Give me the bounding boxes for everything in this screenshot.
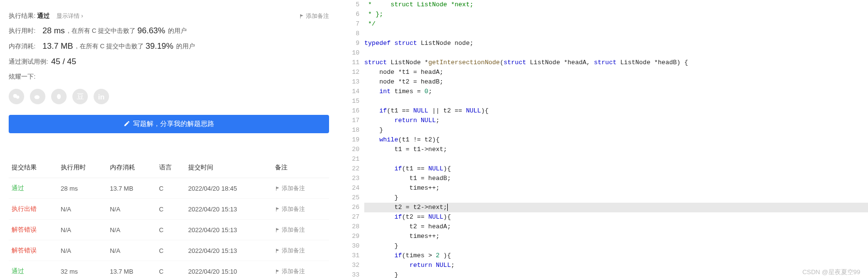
cell-note[interactable]: 添加备注 bbox=[272, 199, 329, 220]
cell-time: N/A bbox=[58, 220, 107, 240]
cell-ts: 2022/04/20 18:45 bbox=[185, 178, 272, 199]
table-row[interactable]: 通过32 ms13.7 MBC2022/04/20 15:10添加备注 bbox=[9, 261, 329, 278]
cell-result[interactable]: 通过 bbox=[9, 261, 58, 278]
svg-point-2 bbox=[34, 95, 40, 99]
status-label: 执行结果: bbox=[9, 12, 36, 19]
cell-time: N/A bbox=[58, 240, 107, 261]
code-body[interactable]: * struct ListNode *next; * }; */ typedef… bbox=[364, 0, 868, 278]
time-label: 执行用时: bbox=[9, 27, 42, 35]
cell-note[interactable]: 添加备注 bbox=[272, 220, 329, 240]
result-card: 执行结果: 通过 显示详情 › 添加备注 执行用时: 28 ms , 在所有 C… bbox=[9, 5, 329, 137]
col-header: 内存消耗 bbox=[107, 157, 156, 178]
col-header: 提交时间 bbox=[185, 157, 272, 178]
left-panel: 执行结果: 通过 显示详情 › 添加备注 执行用时: 28 ms , 在所有 C… bbox=[0, 0, 338, 278]
cell-lang: C bbox=[156, 199, 185, 220]
cell-time: 32 ms bbox=[58, 261, 107, 278]
cell-result[interactable]: 解答错误 bbox=[9, 220, 58, 240]
submissions-table: 提交结果执行用时内存消耗语言提交时间备注 通过28 ms13.7 MBC2022… bbox=[9, 157, 329, 278]
cell-ts: 2022/04/20 15:13 bbox=[185, 220, 272, 240]
cell-lang: C bbox=[156, 240, 185, 261]
cell-lang: C bbox=[156, 261, 185, 278]
cell-mem: N/A bbox=[107, 240, 156, 261]
time-text1: , 在所有 C 提交中击败了 bbox=[68, 27, 136, 35]
watermark: CSDN @星夜夏空99 bbox=[802, 267, 860, 277]
table-row[interactable]: 执行出错N/AN/AC2022/04/20 15:13添加备注 bbox=[9, 199, 329, 220]
cell-mem: N/A bbox=[107, 220, 156, 240]
social-row: 豆 in bbox=[9, 84, 329, 109]
cell-mem: 13.7 MB bbox=[107, 261, 156, 278]
table-row[interactable]: 解答错误N/AN/AC2022/04/20 15:13添加备注 bbox=[9, 240, 329, 261]
cell-ts: 2022/04/20 15:13 bbox=[185, 199, 272, 220]
pass-value: 45 / 45 bbox=[51, 57, 76, 67]
mem-label: 内存消耗: bbox=[9, 42, 42, 51]
add-note-top[interactable]: 添加备注 bbox=[299, 12, 329, 20]
status-value: 通过 bbox=[37, 12, 50, 19]
flag-icon bbox=[299, 14, 304, 19]
qq-icon[interactable] bbox=[51, 89, 67, 104]
time-text2: 的用户 bbox=[168, 27, 187, 35]
write-solution-button[interactable]: 写题解，分享我的解题思路 bbox=[9, 115, 329, 133]
cell-time: N/A bbox=[58, 199, 107, 220]
cell-result[interactable]: 解答错误 bbox=[9, 240, 58, 261]
flag-icon bbox=[275, 186, 280, 191]
table-row[interactable]: 通过28 ms13.7 MBC2022/04/20 18:45添加备注 bbox=[9, 178, 329, 199]
pen-icon bbox=[124, 120, 130, 128]
line-gutter: 5678910111213141516171819202122232425262… bbox=[338, 0, 364, 278]
flag-icon bbox=[275, 227, 280, 233]
flag-icon bbox=[275, 207, 280, 212]
code-editor[interactable]: 5678910111213141516171819202122232425262… bbox=[338, 0, 868, 278]
wechat-icon[interactable] bbox=[9, 89, 24, 104]
flag-icon bbox=[275, 269, 280, 274]
col-header: 提交结果 bbox=[9, 157, 58, 178]
cell-lang: C bbox=[156, 178, 185, 199]
cell-ts: 2022/04/20 15:10 bbox=[185, 261, 272, 278]
cell-note[interactable]: 添加备注 bbox=[272, 261, 329, 278]
linkedin-icon[interactable]: in bbox=[94, 89, 109, 104]
cell-note[interactable]: 添加备注 bbox=[272, 178, 329, 199]
col-header: 语言 bbox=[156, 157, 185, 178]
cell-note[interactable]: 添加备注 bbox=[272, 240, 329, 261]
flag-icon bbox=[275, 248, 280, 253]
cell-mem: 13.7 MB bbox=[107, 178, 156, 199]
cell-ts: 2022/04/20 15:13 bbox=[185, 240, 272, 261]
col-header: 执行用时 bbox=[58, 157, 107, 178]
cell-result[interactable]: 通过 bbox=[9, 178, 58, 199]
mem-value: 13.7 MB bbox=[42, 42, 73, 51]
mem-text1: , 在所有 C 提交中击败了 bbox=[76, 42, 144, 51]
cell-result[interactable]: 执行出错 bbox=[9, 199, 58, 220]
table-row[interactable]: 解答错误N/AN/AC2022/04/20 15:13添加备注 bbox=[9, 220, 329, 240]
time-pct: 96.63% bbox=[138, 26, 165, 36]
weibo-icon[interactable] bbox=[30, 89, 45, 104]
col-header: 备注 bbox=[272, 157, 329, 178]
mem-text2: 的用户 bbox=[176, 42, 195, 51]
share-label: 炫耀一下: bbox=[9, 72, 42, 81]
pass-label: 通过测试用例: bbox=[9, 57, 51, 66]
time-value: 28 ms bbox=[42, 26, 65, 36]
cell-mem: N/A bbox=[107, 199, 156, 220]
svg-point-3 bbox=[57, 94, 61, 99]
svg-point-1 bbox=[16, 96, 19, 99]
show-detail-link[interactable]: 显示详情 › bbox=[56, 13, 83, 19]
mem-pct: 39.19% bbox=[146, 42, 174, 51]
douban-icon[interactable]: 豆 bbox=[72, 89, 88, 104]
cell-time: 28 ms bbox=[58, 178, 107, 199]
cell-lang: C bbox=[156, 220, 185, 240]
